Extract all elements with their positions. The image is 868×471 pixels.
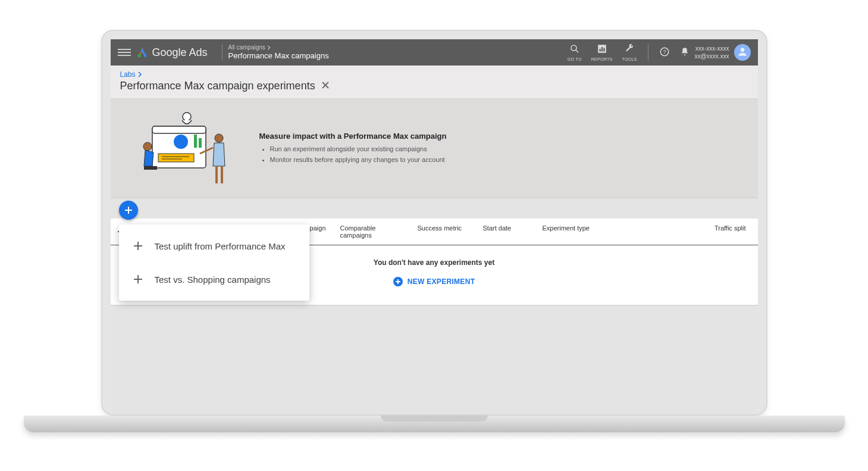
svg-point-1 [571, 45, 576, 51]
hamburger-menu-icon[interactable] [118, 49, 131, 56]
wrench-icon [624, 43, 635, 56]
menu-item-test-uplift[interactable]: Test uplift from Performance Max [119, 229, 309, 263]
new-experiment-button[interactable]: NEW EXPERIMENT [393, 277, 475, 286]
tools-button[interactable]: TOOLS [622, 43, 637, 61]
plus-circle-icon [393, 277, 403, 286]
top-bar: Google Ads All campaigns Performance Max… [111, 39, 758, 65]
svg-rect-6 [603, 48, 604, 52]
breadcrumb-bottom: Performance Max campaigns [228, 51, 329, 61]
google-ads-logo[interactable]: Google Ads [137, 46, 208, 59]
new-experiment-label: NEW EXPERIMENT [408, 277, 475, 286]
info-bullet: Monitor results before applying any chan… [270, 155, 447, 166]
screen: Google Ads All campaigns Performance Max… [111, 39, 758, 414]
col-traffic-split[interactable]: Traffic split [625, 219, 758, 245]
account-email: xx@xxxx.xxx [695, 52, 729, 60]
svg-point-20 [183, 113, 191, 121]
empty-space [111, 305, 758, 395]
laptop-base [24, 416, 845, 432]
add-fab-button[interactable] [119, 201, 138, 220]
fab-zone: Test uplift from Performance Max Test vs… [111, 198, 758, 219]
avatar[interactable] [734, 44, 751, 61]
goto-button[interactable]: GO TO [568, 43, 582, 61]
svg-point-23 [215, 134, 223, 142]
plus-icon [132, 240, 144, 252]
info-panel: Measure impact with a Performance Max ca… [111, 99, 758, 198]
svg-rect-16 [199, 138, 202, 148]
account-id: xxx-xxx-xxxx [695, 45, 729, 52]
laptop-notch [381, 416, 488, 422]
info-heading: Measure impact with a Performance Max ca… [259, 132, 447, 141]
svg-text:?: ? [663, 49, 666, 55]
divider [648, 44, 648, 61]
product-name: Google Ads [152, 46, 208, 59]
col-start-date[interactable]: Start date [476, 219, 535, 245]
help-button[interactable]: ? [659, 46, 670, 59]
illustration [134, 110, 236, 187]
menu-item-test-vs-shopping[interactable]: Test vs. Shopping campaigns [119, 263, 309, 296]
notifications-button[interactable] [679, 46, 690, 59]
close-icon [321, 81, 330, 89]
svg-rect-15 [194, 135, 197, 148]
plus-icon [132, 273, 144, 285]
bell-icon [679, 46, 690, 59]
labs-link[interactable]: Labs [120, 70, 748, 79]
reports-button[interactable]: REPORTS [591, 43, 613, 61]
account-info[interactable]: xxx-xxx-xxxx xx@xxxx.xxx [695, 45, 729, 60]
plus-icon [124, 205, 133, 215]
ads-logo-icon [137, 46, 149, 58]
search-icon [569, 43, 580, 56]
svg-rect-22 [144, 166, 157, 170]
help-icon: ? [659, 46, 670, 59]
svg-line-2 [576, 50, 578, 52]
menu-item-label: Test vs. Shopping campaigns [155, 275, 271, 285]
svg-rect-4 [599, 49, 600, 52]
add-menu: Test uplift from Performance Max Test vs… [119, 224, 309, 301]
col-success-metric[interactable]: Success metric [411, 219, 476, 245]
person-icon [737, 46, 748, 60]
svg-point-21 [143, 142, 152, 151]
col-experiment-type[interactable]: Experiment type [535, 219, 625, 245]
close-button[interactable] [321, 81, 330, 92]
breadcrumb[interactable]: All campaigns Performance Max campaigns [228, 44, 329, 61]
menu-item-label: Test uplift from Performance Max [155, 241, 286, 251]
laptop-body: Google Ads All campaigns Performance Max… [101, 30, 767, 416]
page-header: Labs Performance Max campaign experiment… [111, 65, 758, 99]
info-text: Measure impact with a Performance Max ca… [259, 132, 447, 165]
svg-point-9 [740, 48, 744, 52]
svg-point-14 [174, 135, 188, 149]
info-bullet: Run an experiment alongside your existin… [270, 144, 447, 155]
svg-rect-17 [158, 154, 194, 162]
svg-rect-13 [152, 126, 206, 133]
col-comparable[interactable]: Comparable campaigns [333, 219, 411, 245]
breadcrumb-top: All campaigns [228, 44, 329, 51]
laptop-frame: Google Ads All campaigns Performance Max… [101, 30, 767, 432]
bar-chart-icon [597, 43, 607, 56]
page-title: Performance Max campaign experiments [120, 80, 315, 92]
svg-point-0 [137, 54, 140, 57]
svg-rect-5 [601, 47, 602, 52]
chevron-right-icon [137, 71, 143, 77]
divider [222, 44, 223, 61]
